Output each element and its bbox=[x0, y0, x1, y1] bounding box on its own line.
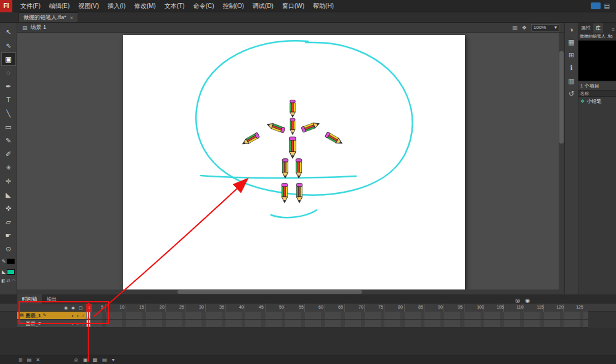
free-transform-tool[interactable]: ▣ bbox=[1, 52, 16, 66]
stage-vertical-scrollbar[interactable] bbox=[559, 33, 564, 289]
default-colors-icon[interactable]: ◧ bbox=[1, 278, 6, 283]
deco-tool[interactable]: ✳ bbox=[1, 161, 16, 174]
library-item[interactable]: ❖ 小铅笔 bbox=[578, 97, 616, 105]
zoom-select[interactable]: 100% ▾ bbox=[531, 24, 559, 31]
bone-tool[interactable]: ✛ bbox=[1, 174, 16, 188]
eraser-tool[interactable]: ▱ bbox=[1, 215, 16, 229]
edit-multiple-frames-icon[interactable]: ▤ bbox=[102, 357, 107, 363]
stroke-color-swatch[interactable] bbox=[7, 259, 15, 264]
eyedropper-tool[interactable]: ✜ bbox=[1, 201, 16, 215]
subselection-tool[interactable]: ⇖ bbox=[1, 39, 16, 52]
center-frame-icon[interactable]: ◎ bbox=[515, 297, 520, 304]
loop-icon[interactable]: ◉ bbox=[525, 297, 530, 304]
layer-2-frames[interactable]: ● bbox=[86, 320, 588, 328]
color-panel-icon[interactable]: ◑ bbox=[569, 26, 573, 33]
tab-library[interactable]: 库 bbox=[593, 23, 603, 33]
ruler-label: 25 bbox=[179, 305, 184, 309]
pen-tool-icon: ✒ bbox=[6, 83, 11, 91]
paint-bucket-tool[interactable]: ◣ bbox=[1, 188, 16, 201]
visibility-dot[interactable]: • bbox=[72, 322, 73, 326]
swatches-panel-icon[interactable]: ▦ bbox=[568, 38, 574, 46]
ruler-label: 105 bbox=[496, 305, 504, 309]
rectangle-tool[interactable]: ▭ bbox=[1, 120, 16, 134]
pen-tool[interactable]: ✒ bbox=[1, 79, 16, 93]
lock-dot[interactable]: • bbox=[77, 313, 78, 318]
document-tab[interactable]: 做握的铅笔人.fla* × bbox=[18, 12, 78, 22]
layer-name[interactable]: 图层_1 bbox=[26, 312, 41, 319]
snap-icon[interactable]: ◠ bbox=[12, 278, 15, 283]
lasso-tool[interactable]: ◌ bbox=[1, 66, 16, 79]
pasteboard[interactable] bbox=[17, 33, 564, 294]
transform-panel-icon[interactable]: ▥ bbox=[568, 77, 574, 85]
menu-help[interactable]: 帮助(H) bbox=[309, 0, 338, 12]
ruler-label: 75 bbox=[378, 305, 383, 309]
hand-tool[interactable]: ☛ bbox=[1, 229, 16, 242]
breadcrumb-scene[interactable]: 场景 1 bbox=[31, 23, 47, 31]
onion-skin-icon[interactable]: ▣ bbox=[83, 357, 88, 363]
keyframe-cell[interactable]: ● bbox=[86, 320, 91, 327]
layer-1-name-cell[interactable]: ▤ 图层_1 ✎ • • ▫ bbox=[17, 312, 86, 320]
stage-horizontal-scrollbar[interactable] bbox=[17, 289, 564, 294]
layer-row-2[interactable]: ● ▤ 图层_2 • • ▫ bbox=[0, 320, 616, 328]
pencil-tool[interactable]: ✎ bbox=[1, 134, 16, 147]
menu-insert[interactable]: 插入(I) bbox=[103, 0, 129, 12]
outline-square[interactable]: ▫ bbox=[83, 322, 84, 326]
layer-row-1[interactable]: ● ▤ 图层_1 ✎ • • ▫ bbox=[0, 312, 616, 320]
text-tool[interactable]: T bbox=[1, 93, 16, 107]
menu-view[interactable]: 视图(V) bbox=[74, 0, 103, 12]
fill-color-swatch[interactable] bbox=[7, 269, 15, 275]
info-panel-icon[interactable]: ℹ bbox=[570, 64, 572, 72]
line-tool[interactable]: ╲ bbox=[1, 107, 16, 120]
align-panel-icon[interactable]: ⊞ bbox=[569, 51, 574, 59]
stage[interactable] bbox=[123, 35, 465, 289]
layer-name[interactable]: 图层_2 bbox=[26, 320, 41, 327]
selection-tool[interactable]: ↖ bbox=[1, 25, 16, 39]
menu-window[interactable]: 窗口(W) bbox=[278, 0, 309, 12]
zoom-tool[interactable]: ⊙ bbox=[1, 242, 16, 256]
outline-icon[interactable]: ▢ bbox=[78, 305, 83, 310]
tab-timeline[interactable]: 时间轴 bbox=[17, 294, 42, 304]
delete-layer-icon[interactable]: ✕ bbox=[36, 357, 40, 363]
history-panel-icon[interactable]: ↺ bbox=[569, 90, 574, 98]
stroke-color-control[interactable]: ✎ bbox=[1, 257, 16, 266]
app-logo-icon[interactable]: Fl bbox=[0, 0, 12, 12]
lock-dot[interactable]: • bbox=[77, 322, 78, 326]
playhead-marker[interactable]: 1 bbox=[86, 304, 92, 312]
keyframe-cell[interactable]: ● bbox=[86, 312, 91, 319]
library-document-select[interactable]: 做握的铅笔人 .fla bbox=[578, 33, 616, 41]
menu-modify[interactable]: 修改(M) bbox=[130, 0, 160, 12]
tab-properties[interactable]: 属性 bbox=[578, 23, 593, 33]
tab-output[interactable]: 输出 bbox=[42, 294, 62, 304]
cs-live-icon[interactable] bbox=[591, 2, 601, 9]
brush-tool[interactable]: ✐ bbox=[1, 147, 16, 161]
layer-2-name-cell[interactable]: ▤ 图层_2 • • ▫ bbox=[17, 320, 86, 328]
frame-ruler[interactable]: 1 5 10 15 20 25 30 35 40 45 50 55 60 65 … bbox=[86, 304, 588, 312]
outline-square[interactable]: ▫ bbox=[83, 313, 84, 318]
modify-markers-icon[interactable]: ▾ bbox=[112, 357, 115, 363]
menu-debug[interactable]: 调试(D) bbox=[248, 0, 278, 12]
edit-scene-icon[interactable]: ▥ bbox=[512, 25, 517, 31]
menu-text[interactable]: 文本(T) bbox=[160, 0, 189, 12]
onion-skin-outline-icon[interactable]: ▩ bbox=[93, 357, 98, 363]
workspace-switcher-icon[interactable]: ▤ bbox=[604, 2, 610, 9]
panel-menu-icon[interactable]: ≡ bbox=[612, 27, 616, 33]
close-tab-icon[interactable]: × bbox=[70, 15, 73, 21]
visibility-dot[interactable]: • bbox=[72, 313, 73, 318]
layer-toggles: • • ▫ bbox=[72, 313, 84, 318]
library-name-header[interactable]: 名称 bbox=[578, 90, 616, 97]
new-folder-icon[interactable]: ▤ bbox=[27, 357, 32, 363]
lock-icon[interactable]: ◆ bbox=[71, 305, 75, 310]
menu-control[interactable]: 控制(O) bbox=[219, 0, 248, 12]
edit-symbols-icon[interactable]: ❖ bbox=[522, 25, 527, 31]
menu-commands[interactable]: 命令(C) bbox=[189, 0, 219, 12]
hscroll-thumb[interactable] bbox=[177, 290, 362, 294]
layer-1-frames[interactable]: ● bbox=[86, 312, 588, 320]
swap-colors-icon[interactable]: ⇄ bbox=[7, 278, 10, 283]
center-frame-button-icon[interactable]: ◎ bbox=[74, 357, 78, 363]
vscroll-thumb[interactable] bbox=[559, 51, 564, 144]
eye-icon[interactable]: ◉ bbox=[64, 305, 68, 310]
menu-file[interactable]: 文件(F) bbox=[16, 0, 45, 12]
fill-color-control[interactable]: ◣ bbox=[1, 267, 16, 277]
new-layer-icon[interactable]: ⊞ bbox=[18, 357, 23, 363]
menu-edit[interactable]: 编辑(E) bbox=[45, 0, 74, 12]
